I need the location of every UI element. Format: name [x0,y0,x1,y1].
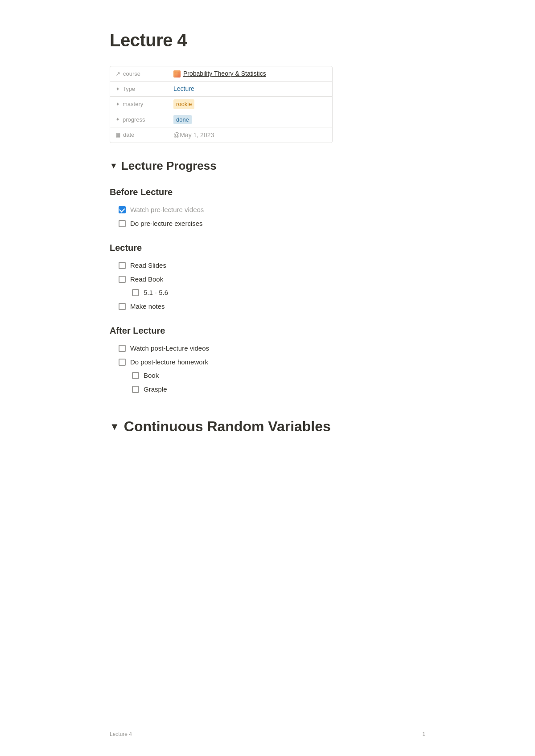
property-row-course: ↗ course Probability Theory & Statistics [110,66,332,82]
property-row-type: ✦ Type Lecture [110,82,332,97]
checkbox-al2[interactable] [119,359,126,366]
item-label-l3: 5.1 - 5.6 [144,288,168,298]
checklist-item-l2: Read Book [119,274,425,285]
item-label-al4: Grasple [144,384,167,395]
footer-page: 1 [422,730,425,738]
prop-value-mastery[interactable]: rookie [168,97,332,112]
footer-title: Lecture 4 [110,730,132,738]
subsection-heading-before-lecture: Before Lecture [110,185,425,199]
subsection-before-lecture: Before Lecture Watch pre-lecture videos … [110,185,425,229]
item-label-l1: Read Slides [130,261,166,271]
properties-table: ↗ course Probability Theory & Statistics… [110,66,333,143]
checklist-item-al3: Book [119,371,425,381]
subsection-lecture: Lecture Read Slides Read Book 5.1 - 5.6 … [110,241,425,311]
item-label-l2: Read Book [130,274,163,285]
item-label-bl2: Do pre-lecture exercises [130,219,203,229]
prop-value-type[interactable]: Lecture [168,82,332,96]
property-row-date: ▦ date @May 1, 2023 [110,127,332,143]
item-label-l4: Make notes [130,302,165,312]
gear-icon-type: ✦ [115,85,120,93]
checkbox-bl2[interactable] [119,220,126,227]
checkbox-l1[interactable] [119,262,126,269]
prop-value-course[interactable]: Probability Theory & Statistics [168,66,332,81]
prop-value-progress[interactable]: done [168,112,332,127]
checklist-item-bl1: Watch pre-lecture videos [119,205,425,215]
gear-icon-progress: ✦ [115,115,120,123]
checklist-item-l1: Read Slides [119,261,425,271]
property-row-progress: ✦ progress done [110,112,332,128]
item-label-al1: Watch post-Lecture videos [130,343,209,354]
subsection-heading-lecture: Lecture [110,241,425,254]
triangle-icon-crv: ▼ [110,419,119,434]
gear-icon-mastery: ✦ [115,100,120,108]
property-row-mastery: ✦ mastery rookie [110,97,332,112]
checklist-item-al2: Do post-lecture homework [119,357,425,368]
calendar-icon: ▦ [115,131,120,139]
prop-label-date: ▦ date [110,128,168,142]
item-label-al3: Book [144,371,159,381]
checkbox-bl1[interactable] [119,206,126,213]
prop-label-course: ↗ course [110,67,168,81]
checklist-item-l3: 5.1 - 5.6 [119,288,425,298]
checkbox-l3[interactable] [132,289,139,296]
checklist-item-al4: Grasple [119,384,425,395]
prop-label-mastery: ✦ mastery [110,97,168,111]
triangle-icon-lecture-progress: ▼ [110,160,118,172]
subsection-heading-after-lecture: After Lecture [110,324,425,337]
checkbox-al3[interactable] [132,372,139,379]
checkbox-al4[interactable] [132,386,139,393]
checklist-after-lecture: Watch post-Lecture videos Do post-lectur… [110,343,425,394]
checklist-item-l4: Make notes [119,302,425,312]
prop-label-type: ✦ Type [110,82,168,96]
checklist-item-al1: Watch post-Lecture videos [119,343,425,354]
page-title: Lecture 4 [110,27,425,53]
checkbox-l4[interactable] [119,303,126,310]
lecture-progress-heading[interactable]: ▼ Lecture Progress [110,157,425,175]
prop-label-progress: ✦ progress [110,113,168,127]
subsection-after-lecture: After Lecture Watch post-Lecture videos … [110,324,425,394]
checklist-before-lecture: Watch pre-lecture videos Do pre-lecture … [110,205,425,229]
page-container: Lecture 4 ↗ course Probability Theory & … [67,0,468,756]
checkbox-al1[interactable] [119,345,126,352]
prop-value-date[interactable]: @May 1, 2023 [168,128,332,143]
item-label-bl1: Watch pre-lecture videos [130,205,204,215]
link-icon [173,70,181,78]
item-label-al2: Do post-lecture homework [130,357,208,368]
checklist-lecture: Read Slides Read Book 5.1 - 5.6 Make not… [110,261,425,311]
checkbox-l2[interactable] [119,276,126,283]
continuous-random-variables-heading[interactable]: ▼ Continuous Random Variables [110,416,425,437]
checklist-item-bl2: Do pre-lecture exercises [119,219,425,229]
page-footer: Lecture 4 1 [110,730,425,738]
arrow-icon: ↗ [115,69,120,78]
